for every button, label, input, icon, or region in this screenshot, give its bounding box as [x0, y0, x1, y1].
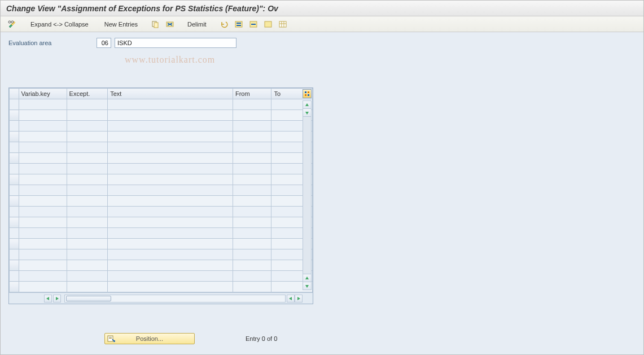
cell[interactable] [19, 239, 67, 249]
cell[interactable] [233, 249, 271, 260]
table-settings-button[interactable] [276, 19, 290, 30]
cell[interactable] [233, 239, 271, 249]
cell[interactable] [233, 110, 271, 121]
cell[interactable] [67, 110, 108, 121]
cell[interactable] [233, 99, 271, 110]
delimit-button[interactable]: Delimit [182, 19, 212, 30]
cell[interactable] [67, 207, 108, 217]
vertical-scrollbar[interactable] [303, 100, 312, 290]
cell[interactable] [67, 260, 108, 271]
evaluation-area-desc-input[interactable] [115, 38, 236, 48]
cell[interactable] [19, 185, 67, 196]
cell[interactable] [19, 228, 67, 239]
cell[interactable] [19, 196, 67, 207]
cell[interactable] [108, 217, 233, 228]
cell[interactable] [67, 142, 108, 153]
cell[interactable] [19, 282, 67, 292]
row-selector[interactable] [10, 132, 19, 142]
cell[interactable] [19, 121, 67, 132]
expand-collapse-button[interactable]: Expand <-> Collapse [25, 19, 94, 30]
cell[interactable] [108, 121, 233, 132]
position-button[interactable]: Position... [104, 333, 195, 344]
new-entries-button[interactable]: New Entries [99, 19, 143, 30]
cell[interactable] [233, 282, 271, 292]
cell[interactable] [108, 260, 233, 271]
cell[interactable] [67, 271, 108, 282]
cell[interactable] [233, 121, 271, 132]
cell[interactable] [67, 217, 108, 228]
scroll-down-button[interactable] [303, 282, 311, 290]
cell[interactable] [67, 282, 108, 292]
row-selector[interactable] [10, 174, 19, 185]
row-selector[interactable] [10, 110, 19, 121]
cell[interactable] [108, 99, 233, 110]
cell[interactable] [19, 142, 67, 153]
toggle-edit-button[interactable] [5, 19, 20, 30]
cell[interactable] [108, 282, 233, 292]
cell[interactable] [233, 132, 271, 142]
delete-button[interactable] [163, 19, 177, 30]
cell[interactable] [19, 99, 67, 110]
cell[interactable] [67, 228, 108, 239]
cell[interactable] [67, 153, 108, 164]
cell[interactable] [19, 260, 67, 271]
cell[interactable] [108, 239, 233, 249]
cell[interactable] [19, 174, 67, 185]
evaluation-area-code-input[interactable] [97, 38, 111, 48]
col-except[interactable]: Except. [67, 89, 108, 99]
col-from[interactable]: From [233, 89, 271, 99]
cell[interactable] [19, 217, 67, 228]
row-selector[interactable] [10, 260, 19, 271]
col-text[interactable]: Text [108, 89, 233, 99]
scroll-right-inner-button[interactable] [53, 295, 61, 303]
cell[interactable] [108, 228, 233, 239]
cell[interactable] [233, 271, 271, 282]
table-configurator-button[interactable] [303, 89, 312, 98]
cell[interactable] [108, 207, 233, 217]
row-selector[interactable] [10, 217, 19, 228]
cell[interactable] [233, 207, 271, 217]
cell[interactable] [233, 174, 271, 185]
undo-button[interactable] [217, 19, 231, 30]
cell[interactable] [19, 132, 67, 142]
hscroll-thumb[interactable] [66, 296, 111, 301]
row-selector[interactable] [10, 153, 19, 164]
cell[interactable] [67, 132, 108, 142]
cell[interactable] [233, 142, 271, 153]
cell[interactable] [19, 153, 67, 164]
row-selector[interactable] [10, 121, 19, 132]
select-all-button[interactable] [232, 19, 246, 30]
cell[interactable] [108, 249, 233, 260]
row-selector[interactable] [10, 249, 19, 260]
copy-as-button[interactable] [148, 19, 162, 30]
row-selector-header[interactable] [10, 89, 19, 99]
cell[interactable] [19, 249, 67, 260]
cell[interactable] [67, 99, 108, 110]
cell[interactable] [67, 164, 108, 174]
cell[interactable] [19, 110, 67, 121]
cell[interactable] [233, 164, 271, 174]
cell[interactable] [108, 110, 233, 121]
cell[interactable] [233, 153, 271, 164]
row-selector[interactable] [10, 228, 19, 239]
col-variab-key[interactable]: Variab.key [19, 89, 67, 99]
hscroll-track[interactable] [64, 295, 286, 303]
cell[interactable] [67, 239, 108, 249]
cell[interactable] [108, 132, 233, 142]
cell[interactable] [233, 185, 271, 196]
row-selector[interactable] [10, 196, 19, 207]
row-selector[interactable] [10, 271, 19, 282]
cell[interactable] [19, 164, 67, 174]
cell[interactable] [67, 121, 108, 132]
cell[interactable] [19, 271, 67, 282]
cell[interactable] [108, 142, 233, 153]
row-selector[interactable] [10, 99, 19, 110]
row-selector[interactable] [10, 164, 19, 174]
cell[interactable] [19, 207, 67, 217]
scroll-down-inner-button[interactable] [303, 109, 311, 117]
select-block-button[interactable] [247, 19, 260, 30]
scroll-right-button[interactable] [295, 295, 303, 303]
scroll-up-inner-button[interactable] [303, 274, 311, 282]
cell[interactable] [233, 228, 271, 239]
row-selector[interactable] [10, 142, 19, 153]
